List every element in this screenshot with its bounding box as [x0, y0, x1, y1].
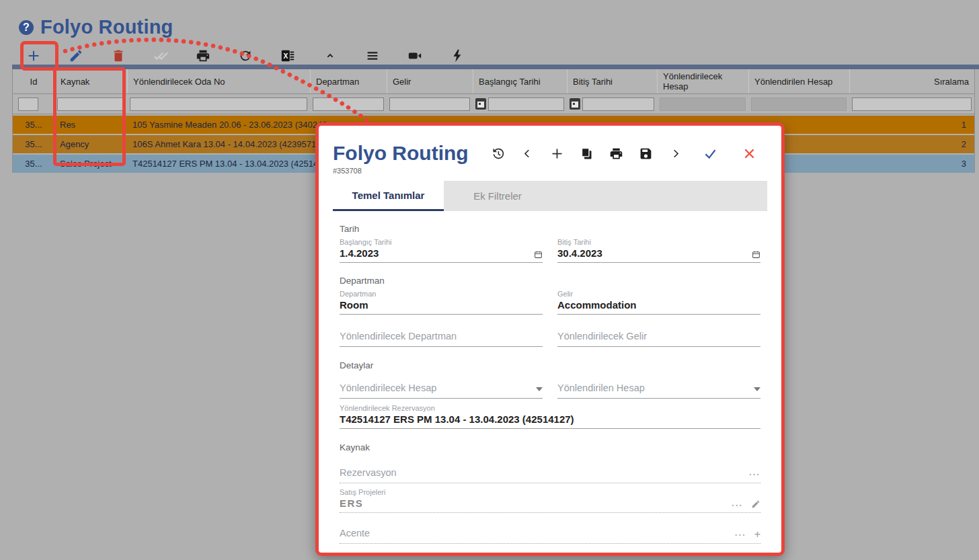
history-button[interactable]	[483, 143, 513, 163]
field-label: Yönlendirilecek Rezervasyon	[340, 404, 760, 412]
dialog-toolbar	[483, 143, 765, 163]
col-header-yonlendirilecek-hesap[interactable]: Yönlendirilecek Hesap	[657, 69, 748, 93]
bitis-tarihi-field[interactable]: 30.4.2023	[557, 247, 760, 263]
section-departman: Departman	[340, 276, 760, 286]
dropdown-caret-icon[interactable]	[754, 387, 760, 391]
ellipsis-icon[interactable]: ···	[732, 502, 743, 509]
record-id: #353708	[333, 167, 767, 175]
field-value: T42514127 ERS PM 13.04 - 13.04.2023 (425…	[340, 413, 574, 425]
video-camera-icon	[407, 48, 422, 63]
field-value: Accommodation	[557, 299, 637, 311]
confirm-button[interactable]	[696, 143, 726, 163]
grid-filter-row	[13, 94, 974, 114]
close-button[interactable]	[735, 143, 765, 163]
yonlendirilecek-gelir-field[interactable]: Yönlendirilecek Gelir	[557, 331, 760, 347]
cell-kaynak: Sales Project	[54, 155, 127, 173]
field-value: ERS	[340, 497, 363, 509]
save-button[interactable]	[631, 143, 661, 163]
chevron-right-icon	[668, 147, 682, 161]
lightning-icon	[450, 48, 465, 63]
field-placeholder: Rezervasyon	[340, 467, 397, 478]
field-label: Başlangıç Tarihi	[340, 238, 543, 246]
tab-temel-tanimlar[interactable]: Temel Tanımlar	[333, 181, 444, 211]
yonlendirilecek-rezervasyon-field[interactable]: T42514127 ERS PM 13.04 - 13.04.2023 (425…	[340, 413, 760, 429]
page-header: ? Folyo Routing	[19, 16, 173, 38]
filter-yonlendirilecek-hesap-input	[660, 97, 746, 111]
col-header-bitis[interactable]: Bitiş Tarihi	[567, 69, 657, 93]
edit-pencil-icon[interactable]	[751, 499, 760, 509]
col-header-siralama[interactable]: Sıralama	[849, 69, 974, 93]
dropdown-caret-icon[interactable]	[536, 387, 543, 391]
cell-oda-no: T42514127 ERS PM 13.04 - 13.04.2023 (425…	[127, 155, 310, 173]
check-icon	[703, 147, 717, 161]
rezervasyon-field[interactable]: Rezervasyon ···	[340, 467, 760, 483]
section-tarih: Tarih	[340, 224, 760, 234]
yonlendirilen-hesap-select[interactable]: Yönlendirilen Hesap	[557, 383, 760, 399]
cell-id: 35...	[13, 155, 54, 173]
filter-departman-input[interactable]	[313, 97, 384, 111]
previous-record-button[interactable]	[513, 143, 543, 163]
cell-id: 35...	[13, 135, 54, 153]
cell-siralama: 2	[849, 135, 974, 153]
col-header-yonlendirilen-hesap[interactable]: Yönlendirilen Hesap	[748, 69, 849, 93]
next-record-button[interactable]	[661, 143, 691, 163]
field-placeholder: Acente	[340, 528, 370, 538]
page-title: Folyo Routing	[40, 16, 173, 38]
cell-siralama: 1	[849, 116, 974, 134]
baslangic-tarihi-field[interactable]: 1.4.2023	[340, 247, 543, 263]
filter-gelir-input[interactable]	[389, 97, 470, 111]
cell-oda-no: 106S Ahmet Kara 13.04 - 14.04.2023 (4239…	[127, 135, 310, 153]
filter-baslangic-input[interactable]	[488, 97, 564, 111]
floppy-save-icon	[639, 147, 653, 161]
new-record-button[interactable]	[543, 143, 572, 163]
plus-icon	[26, 48, 41, 63]
cell-kaynak: Agency	[54, 135, 127, 153]
calendar-icon[interactable]	[475, 98, 486, 110]
plus-icon	[550, 147, 564, 161]
section-detaylar: Detaylar	[340, 360, 760, 370]
yonlendirilecek-departman-field[interactable]: Yönlendirilecek Departman	[340, 331, 543, 347]
add-icon[interactable]: +	[754, 530, 760, 538]
double-check-icon	[153, 48, 168, 63]
filter-bitis-input[interactable]	[582, 97, 654, 111]
filter-id-input[interactable]	[18, 97, 38, 111]
ellipsis-icon[interactable]: ···	[735, 532, 746, 538]
satis-projeleri-field[interactable]: ERS ···	[340, 497, 760, 513]
col-header-gelir[interactable]: Gelir	[387, 69, 473, 93]
filter-kaynak-input[interactable]	[57, 97, 124, 111]
tab-ek-filtreler[interactable]: Ek Filtreler	[444, 181, 551, 211]
field-placeholder: Yönlendirilecek Departman	[340, 331, 457, 342]
field-value: Room	[340, 299, 368, 311]
cell-kaynak: Res	[54, 116, 127, 134]
col-header-kaynak[interactable]: Kaynak	[54, 69, 127, 93]
calendar-icon[interactable]	[534, 250, 543, 259]
close-icon	[742, 147, 756, 161]
dialog-header: Folyo Routing	[333, 142, 767, 165]
help-icon[interactable]: ?	[19, 20, 34, 35]
field-placeholder: Yönlendirilecek Gelir	[557, 331, 647, 342]
hamburger-icon	[365, 48, 380, 63]
folyo-routing-dialog: Folyo Routing	[315, 122, 785, 556]
field-value: 30.4.2023	[557, 247, 602, 259]
field-placeholder: Yönlendirilen Hesap	[557, 383, 645, 393]
calendar-icon[interactable]	[570, 98, 580, 110]
ellipsis-icon[interactable]: ···	[749, 471, 760, 478]
dialog-form: Tarih Başlangıç Tarihi 1.4.2023 Bitiş Ta…	[333, 211, 767, 544]
yonlendirilecek-hesap-select[interactable]: Yönlendirilecek Hesap	[340, 383, 543, 399]
print-button[interactable]	[602, 143, 631, 163]
calendar-icon[interactable]	[752, 250, 760, 259]
copy-button[interactable]	[572, 143, 602, 163]
chevron-left-icon	[520, 147, 535, 161]
filter-oda-no-input[interactable]	[130, 97, 307, 111]
filter-siralama-input[interactable]	[852, 97, 972, 111]
trash-icon	[111, 48, 126, 63]
departman-field[interactable]: Room	[340, 299, 543, 315]
printer-icon	[196, 48, 210, 63]
col-header-oda-no[interactable]: Yönlendirilecek Oda No	[127, 69, 310, 93]
field-placeholder: Yönlendirilecek Hesap	[340, 383, 436, 393]
col-header-baslangic[interactable]: Başlangıç Tarihi	[473, 69, 567, 93]
gelir-field[interactable]: Accommodation	[557, 299, 760, 315]
col-header-id[interactable]: Id	[13, 69, 54, 93]
acente-field[interactable]: Acente ··· +	[340, 528, 760, 544]
col-header-departman[interactable]: Departman	[310, 69, 387, 93]
